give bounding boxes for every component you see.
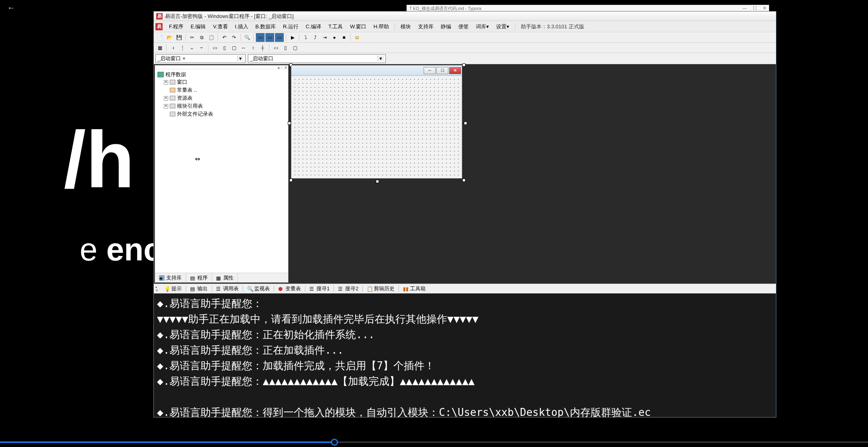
menu-module[interactable]: 模块	[397, 22, 414, 31]
tab-vars[interactable]: ⬢ 变量表	[275, 284, 304, 293]
object-combo[interactable]: _启动窗口 × ▾	[155, 54, 245, 63]
layout-icon[interactable]: ▦	[155, 43, 164, 52]
align-top-icon[interactable]: ⫟	[197, 43, 206, 52]
resize-handle-bl[interactable]	[289, 179, 293, 182]
step-over-icon[interactable]: ⤵	[301, 33, 310, 42]
menu-settings[interactable]: 设置▾	[493, 22, 513, 31]
run-icon[interactable]: ▶	[288, 33, 297, 42]
window1-icon[interactable]: ▭	[256, 33, 265, 42]
tab-search1[interactable]: ☰ 搜寻1	[306, 284, 333, 293]
resize-cursor-icon: ⇔	[195, 155, 200, 163]
typora-max-button[interactable]: ☐	[753, 6, 757, 10]
tab-hints[interactable]: 💡 提示	[161, 284, 185, 293]
progress-thumb[interactable]	[331, 439, 338, 446]
tree-node-windows[interactable]: + 窗口	[164, 78, 286, 86]
save-icon[interactable]: 💾	[175, 33, 183, 42]
panel-pin-icon[interactable]: ▫	[281, 65, 283, 69]
event-combo[interactable]: _启动窗口 ▾	[248, 54, 386, 63]
tree-node-resources[interactable]: + 资源表	[164, 94, 286, 102]
step-into-icon[interactable]: ⤴	[311, 33, 320, 42]
menu-window[interactable]: W.窗口	[347, 22, 369, 31]
tab-search2[interactable]: ☰ 搜寻2	[335, 284, 361, 293]
new-file-icon[interactable]: 📄	[155, 33, 164, 42]
resize-handle-tr[interactable]	[462, 63, 465, 67]
design-form[interactable]: ─ ☐ ✕	[291, 65, 462, 179]
tab-program[interactable]: ▤ 程序	[186, 273, 212, 282]
form-minimize-button[interactable]: ─	[424, 67, 436, 74]
ide-titlebar[interactable]: 易 易语言-加密狗版 - Windows窗口程序 - [窗口: _启动窗口]	[154, 12, 776, 21]
back-arrow-icon[interactable]: ←	[7, 3, 15, 12]
stop-icon[interactable]: ■	[340, 33, 348, 42]
window3-icon[interactable]: ▭	[275, 33, 284, 42]
tab-watch[interactable]: 🔍 监视表	[244, 284, 273, 293]
menu-support-lib[interactable]: 支持库	[415, 22, 437, 31]
typora-min-button[interactable]: —	[742, 6, 747, 10]
form-close-button[interactable]: ✕	[449, 67, 461, 74]
align-center-icon[interactable]: ⋮	[178, 43, 187, 52]
menu-run[interactable]: R.运行	[280, 22, 302, 31]
video-progress-bar[interactable]	[0, 441, 868, 443]
tree-root[interactable]: 程序数据	[157, 71, 286, 78]
panel-close-icon[interactable]: ✕	[284, 65, 287, 69]
redo-icon[interactable]: ↷	[230, 33, 238, 42]
design-form-body[interactable]	[291, 76, 462, 178]
menu-insert[interactable]: I.插入	[232, 22, 251, 31]
resize-handle-ml[interactable]	[288, 122, 291, 125]
hspace-icon[interactable]: ↔	[239, 43, 248, 52]
menu-static-compile[interactable]: 静编	[438, 22, 454, 31]
typora-close-button[interactable]: ✕	[763, 6, 766, 10]
tab-support-lib[interactable]: ◈ 支持库	[155, 273, 186, 282]
project-tree[interactable]: 程序数据 + 窗口 常量表 .. +	[155, 69, 288, 273]
panel-collapse-icon[interactable]: ◂	[277, 65, 279, 69]
center-v-icon[interactable]: ▯	[281, 43, 290, 52]
same-size-icon[interactable]: ▢	[230, 43, 238, 52]
tab-properties[interactable]: ▦ 属性	[212, 273, 238, 282]
window2-icon[interactable]: ▭	[265, 33, 274, 42]
same-width-icon[interactable]: ▭	[210, 43, 219, 52]
vspace-icon[interactable]: ↕	[249, 43, 257, 52]
panel-grip-icon[interactable]: ▴✕	[155, 285, 160, 292]
tab-call-list[interactable]: ☰ 调用表	[213, 284, 242, 293]
resize-handle-bm[interactable]	[376, 180, 379, 183]
undo-icon[interactable]: ↶	[220, 33, 229, 42]
menu-database[interactable]: B.数据库	[252, 22, 279, 31]
grid-icon[interactable]: ┼	[258, 43, 267, 52]
resize-handle-br[interactable]	[462, 179, 465, 182]
open-file-icon[interactable]: 📂	[165, 33, 174, 42]
menu-compile[interactable]: C.编译	[302, 22, 324, 31]
expander-icon[interactable]: +	[164, 104, 168, 108]
tab-toolbox[interactable]: ▮▮ 工具箱	[400, 284, 429, 293]
menu-dict[interactable]: 词库▾	[473, 22, 492, 31]
tab-clip-history[interactable]: 📋 剪辑历史	[363, 284, 398, 293]
tab-output[interactable]: ▤ 输出	[187, 284, 211, 293]
menu-view[interactable]: V.查看	[210, 22, 231, 31]
center-h-icon[interactable]: ▭	[271, 43, 280, 52]
align-right-icon[interactable]: ⫠	[188, 43, 196, 52]
step-out-icon[interactable]: ⇥	[320, 33, 329, 42]
menu-help[interactable]: H.帮助	[370, 22, 392, 31]
tree-node-constants[interactable]: 常量表 ..	[164, 86, 286, 94]
tree-node-modules[interactable]: + 模块引用表	[164, 102, 286, 110]
same-height-icon[interactable]: ▯	[220, 43, 229, 52]
menu-program[interactable]: F.程序	[166, 22, 187, 31]
find-icon[interactable]: 🔍	[243, 33, 251, 42]
menu-edit[interactable]: E.编辑	[187, 22, 209, 31]
cut-icon[interactable]: ✂	[188, 33, 196, 42]
breakpoint-icon[interactable]: ●	[330, 33, 339, 42]
align-left-icon[interactable]: ⫞	[169, 43, 177, 52]
form-designer[interactable]: ─ ☐ ✕	[289, 64, 776, 284]
expander-icon[interactable]: +	[164, 96, 168, 100]
paste-icon[interactable]: 📋	[207, 33, 216, 42]
tree-node-external-files[interactable]: 外部文件记录表	[164, 110, 286, 118]
form-maximize-button[interactable]: ☐	[436, 67, 448, 74]
props-icon: ▦	[216, 275, 222, 281]
menu-tools[interactable]: T.工具	[325, 22, 346, 31]
menu-notes[interactable]: 便签	[455, 22, 472, 31]
help-icon[interactable]: ଇ	[353, 33, 361, 42]
copy-icon[interactable]: ⧉	[197, 33, 206, 42]
output-panel: ▴✕ 💡 提示 ▤ 输出 ☰ 调用表 🔍 监视表 ⬢	[154, 284, 776, 417]
lock-icon[interactable]: ▢	[291, 43, 299, 52]
expander-icon[interactable]: +	[164, 80, 168, 85]
console-output[interactable]: ◆.易语言助手提醒您： ▼▼▼▼▼助手正在加载中，请看到加载插件完毕后在执行其他…	[154, 293, 776, 417]
resize-handle-mr[interactable]	[464, 122, 467, 125]
